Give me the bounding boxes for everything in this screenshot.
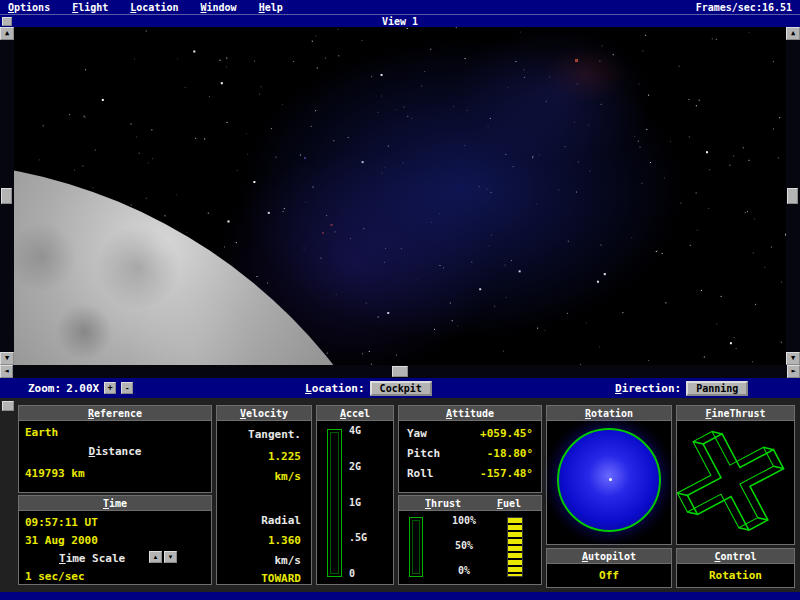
left-scroll-up-button[interactable]: ▲ — [0, 27, 14, 40]
accel-header: Accel — [317, 406, 393, 421]
radial-unit: km/s — [217, 554, 311, 567]
accel-tick: 0 — [349, 568, 367, 579]
roll-label: Roll — [399, 467, 434, 480]
menu-item-window[interactable]: Window — [200, 2, 236, 13]
reference-panel: Reference Earth Distance 419793 km — [18, 405, 212, 493]
right-scrollbar-track[interactable] — [786, 40, 800, 352]
scroll-down-icon: ▼ — [5, 354, 9, 362]
framerate-display: Frames/sec:16.51 — [696, 2, 792, 13]
scroll-down-icon: ▼ — [791, 354, 795, 362]
right-scrollbar-thumb[interactable] — [787, 188, 798, 204]
spin-down-icon: ▼ — [168, 554, 174, 560]
time-header: Time — [19, 496, 211, 511]
time-scale-spinner: ▲ ▼ — [149, 551, 177, 563]
fuel-tick: 50% — [429, 540, 499, 551]
scroll-up-icon: ▲ — [5, 29, 9, 37]
bottom-strip — [0, 592, 800, 600]
control-strip: Zoom: 2.00X + - Location: Cockpit Direct… — [0, 378, 800, 398]
time-date: 31 Aug 2000 — [19, 534, 211, 547]
menu-item-help[interactable]: Help — [259, 2, 283, 13]
tangent-unit: km/s — [217, 470, 311, 483]
location-button[interactable]: Cockpit — [370, 381, 432, 396]
location-label: Location: — [305, 382, 365, 395]
fuel-header: Fuel — [497, 496, 521, 510]
left-scrollbar-track[interactable] — [0, 40, 14, 352]
fuel-gauge-fill — [508, 518, 522, 576]
app-window: Options Flight Location Window Help Fram… — [0, 0, 800, 398]
accel-tick: 2G — [349, 461, 367, 472]
attitude-header: Attitude — [399, 406, 541, 421]
time-scale-down-button[interactable]: ▼ — [164, 551, 177, 563]
scroll-right-icon: ► — [791, 367, 795, 375]
yaw-label: Yaw — [399, 427, 427, 440]
accel-tick: 4G — [349, 425, 367, 436]
fine-thrust-cross-icon — [677, 421, 794, 543]
menu-item-flight[interactable]: Flight — [72, 2, 108, 13]
fuel-tick-labels: 100% 50% 0% — [429, 513, 499, 579]
accel-tick-labels: 4G 2G 1G .5G 0 — [349, 425, 367, 579]
direction-controls: Direction: Panning — [615, 378, 748, 398]
right-scrollbar[interactable]: ▲ ▼ — [786, 27, 800, 365]
direction-button[interactable]: Panning — [686, 381, 748, 396]
spin-up-icon: ▲ — [153, 554, 159, 560]
rotation-ball-indicator — [557, 428, 661, 532]
fuel-gauge — [507, 517, 523, 577]
left-scrollbar-thumb[interactable] — [1, 188, 12, 204]
direction-label: Direction: — [615, 382, 681, 395]
space-view[interactable] — [14, 27, 786, 365]
reference-body-value: Earth — [19, 426, 211, 439]
menu-item-location[interactable]: Location — [130, 2, 178, 13]
right-scroll-up-button[interactable]: ▲ — [786, 27, 800, 40]
horizontal-scrollbar-thumb[interactable] — [392, 366, 408, 377]
attitude-panel: Attitude Yaw +059.45° Pitch -18.80° Roll… — [398, 405, 542, 493]
control-header: Control — [677, 549, 794, 564]
panel-menu-button[interactable] — [2, 401, 14, 411]
scroll-up-icon: ▲ — [791, 29, 795, 37]
distance-label: Distance — [19, 445, 211, 458]
radial-value: 1.360 — [217, 534, 311, 547]
accel-gauge — [327, 429, 342, 577]
right-scroll-down-button[interactable]: ▼ — [786, 352, 800, 365]
pitch-value: -18.80° — [487, 447, 541, 460]
time-scale-label: Time Scale — [19, 552, 211, 565]
viewport-row: ▲ ▼ ▲ ▼ — [0, 27, 800, 365]
zoom-out-button[interactable]: - — [121, 382, 133, 394]
control-panel: Control Rotation — [676, 548, 795, 588]
left-scrollbar[interactable]: ▲ ▼ — [0, 27, 14, 365]
left-scroll-down-button[interactable]: ▼ — [0, 352, 14, 365]
fuel-tick: 100% — [429, 515, 499, 526]
scroll-left-button[interactable]: ◄ — [0, 365, 13, 378]
yaw-value: +059.45° — [480, 427, 541, 440]
scroll-left-icon: ◄ — [4, 367, 8, 375]
time-scale-up-button[interactable]: ▲ — [149, 551, 162, 563]
fuel-tick: 0% — [429, 565, 499, 576]
fine-thrust-panel: FineThrust — [676, 405, 795, 545]
instrument-panel: Reference Earth Distance 419793 km Time … — [0, 398, 800, 592]
zoom-controls: Zoom: 2.00X + - — [28, 378, 133, 398]
tangent-value: 1.225 — [217, 450, 311, 463]
zoom-label: Zoom: — [28, 382, 61, 395]
control-value[interactable]: Rotation — [677, 564, 794, 587]
accel-tick: .5G — [349, 532, 367, 543]
location-controls: Location: Cockpit — [305, 378, 432, 398]
horizontal-scrollbar[interactable]: ◄ ► — [0, 365, 800, 378]
rotation-panel: Rotation — [546, 405, 672, 545]
velocity-header: Velocity — [217, 406, 311, 421]
window-menu-button[interactable] — [2, 17, 12, 26]
menu-bar: Options Flight Location Window Help Fram… — [0, 0, 800, 14]
accel-panel: Accel 4G 2G 1G .5G 0 — [316, 405, 394, 585]
zoom-in-button[interactable]: + — [104, 382, 116, 394]
distance-value: 419793 km — [19, 467, 211, 480]
fine-thrust-header: FineThrust — [677, 406, 794, 421]
autopilot-panel: Autopilot Off — [546, 548, 672, 588]
rotation-header: Rotation — [547, 406, 671, 421]
radial-label: Radial — [217, 514, 311, 527]
autopilot-header: Autopilot — [547, 549, 671, 564]
horizontal-scrollbar-track[interactable] — [13, 365, 787, 378]
time-scale-value: 1 sec/sec — [19, 570, 211, 583]
autopilot-value[interactable]: Off — [547, 564, 671, 587]
menu-item-options[interactable]: Options — [8, 2, 50, 13]
roll-value: -157.48° — [480, 467, 541, 480]
time-clock: 09:57:11 UT — [19, 516, 211, 529]
scroll-right-button[interactable]: ► — [787, 365, 800, 378]
